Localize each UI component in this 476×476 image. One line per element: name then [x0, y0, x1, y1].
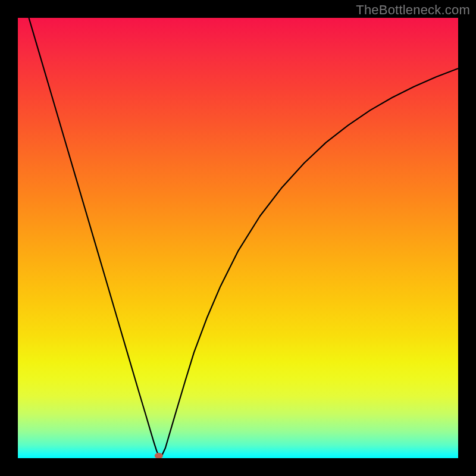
- chart-marker: [155, 453, 163, 458]
- chart-frame: TheBottleneck.com: [0, 0, 476, 476]
- watermark-label: TheBottleneck.com: [356, 2, 470, 18]
- chart-curve: [29, 18, 459, 457]
- chart-plot-area: [18, 18, 458, 458]
- chart-curve-svg: [18, 18, 458, 458]
